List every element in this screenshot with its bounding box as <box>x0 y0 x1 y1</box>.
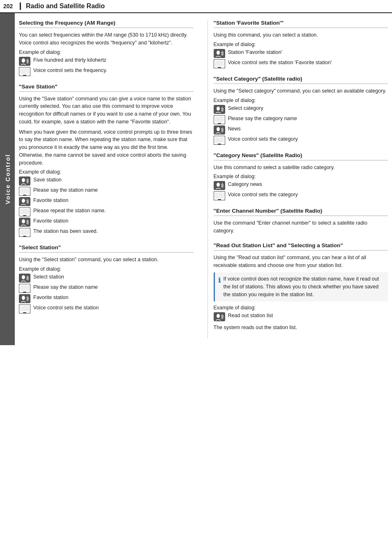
dialog-text: Read out station list <box>228 312 273 320</box>
page-title: Radio and Satellite Radio <box>20 2 105 10</box>
section-read-out-body: Using the "Read out station list" comman… <box>214 254 388 269</box>
dialog-row: Save station <box>19 176 194 186</box>
section-select-category-body: Using the "Select category" command, you… <box>214 87 388 95</box>
svg-rect-14 <box>23 215 26 216</box>
svg-rect-19 <box>23 236 26 237</box>
section-select-category-title: "Select Category" (Satellite radio) <box>214 76 388 84</box>
svg-rect-28 <box>20 306 29 311</box>
section-save-body1: Using the "Save station" command you can… <box>19 95 194 126</box>
dialog-row: Voice control sets the station <box>19 304 194 313</box>
section-enter-channel: "Enter Channel Number" (Satellite Radio)… <box>214 208 388 235</box>
section-favorite-body: Using this command, you can select a sta… <box>214 31 388 39</box>
svg-rect-29 <box>23 312 26 313</box>
svg-point-36 <box>217 107 220 111</box>
section-save-title: "Save Station" <box>19 84 194 92</box>
dialog-row: Please say the station name <box>19 187 194 196</box>
dialog-row: Select station <box>19 274 194 283</box>
dialog-text: Voice control sets the category <box>228 191 298 199</box>
read-out-example-label: Example of dialog: <box>214 305 388 311</box>
category-news-example-label: Example of dialog: <box>214 174 388 179</box>
section-category-news-body: Use this command to select a satellite r… <box>214 164 388 172</box>
info-text: If voice control does not recognize the … <box>224 275 385 298</box>
dialog-row: Voice control sets the frequency. <box>19 67 194 76</box>
dialog-row: Category news <box>214 181 388 190</box>
info-box: ℹ If voice control does not recognize th… <box>214 272 388 301</box>
svg-rect-8 <box>20 188 29 194</box>
dialog-row: Voice control sets the category <box>214 136 388 145</box>
dialog-row: Five hundred and thirty kilohertz <box>19 57 194 66</box>
dialog-text: Please repeat the station name. <box>33 207 106 215</box>
dialog-row: Voice control sets the category <box>214 191 388 200</box>
dialog-text: Please say the station name <box>33 187 98 194</box>
dialog-text: The station has been saved. <box>33 228 98 235</box>
section-category-news: "Category News" (Satellite Radio) Use th… <box>214 152 388 201</box>
screen-icon <box>214 115 225 124</box>
svg-point-26 <box>22 296 25 300</box>
dialog-text: Voice control sets the frequency. <box>33 67 107 74</box>
screen-icon <box>19 284 30 293</box>
svg-point-51 <box>217 314 220 318</box>
voice-icon <box>214 181 225 190</box>
dialog-text: Voice control sets the station 'Favorite… <box>228 59 332 67</box>
svg-rect-4 <box>23 75 26 76</box>
dialog-text: Please say the station name <box>33 284 98 291</box>
section-freq: Selecting the Frequency (AM Range) You c… <box>19 20 194 76</box>
left-column: Selecting the Frequency (AM Range) You c… <box>19 20 199 339</box>
screen-icon <box>19 187 30 196</box>
svg-rect-24 <box>23 292 26 292</box>
dialog-text: Please say the category name <box>228 115 297 123</box>
section-enter-channel-title: "Enter Channel Number" (Satellite Radio) <box>214 208 388 216</box>
dialog-text: Favorite station <box>33 218 68 225</box>
section-save-body2: When you have given the command, voice c… <box>19 128 194 167</box>
right-column: "Station 'Favorite Station'" Using this … <box>208 20 388 339</box>
read-out-footer: The system reads out the station list. <box>214 324 388 332</box>
voice-icon <box>19 274 30 283</box>
section-favorite-title: "Station 'Favorite Station'" <box>214 20 388 28</box>
voice-icon <box>19 218 30 227</box>
freq-example-label: Example of dialog: <box>19 49 194 55</box>
screen-icon <box>19 228 30 237</box>
section-save: "Save Station" Using the "Save station" … <box>19 84 194 237</box>
screen-icon <box>214 59 225 68</box>
page-header: 202 Radio and Satellite Radio <box>0 0 392 13</box>
section-read-out: "Read Out Station List" and "Selecting a… <box>214 242 388 332</box>
dialog-row: Please say the category name <box>214 115 388 124</box>
dialog-text: Voice control sets the category <box>228 136 298 143</box>
screen-icon <box>214 136 225 145</box>
voice-icon <box>19 197 30 206</box>
section-select-station-title: "Select Station" <box>19 244 194 253</box>
dialog-text: Favorite station <box>33 197 68 204</box>
svg-rect-44 <box>218 144 221 144</box>
dialog-text: Favorite station <box>33 294 68 302</box>
svg-point-11 <box>22 199 25 203</box>
svg-rect-39 <box>218 123 221 124</box>
svg-point-31 <box>217 51 220 55</box>
dialog-row: The station has been saved. <box>19 228 194 237</box>
select-category-example-label: Example of dialog: <box>214 97 388 103</box>
voice-icon <box>214 125 225 135</box>
dialog-text: Category news <box>228 181 262 188</box>
svg-point-41 <box>217 127 220 131</box>
info-icon: ℹ <box>218 276 221 285</box>
voice-icon <box>214 105 225 114</box>
section-enter-channel-body: Use the command "Enter channel number" t… <box>214 219 388 235</box>
main-content: Selecting the Frequency (AM Range) You c… <box>15 13 392 345</box>
dialog-row: Please say the station name <box>19 284 194 293</box>
section-select-station-body: Using the "Select station" command, you … <box>19 256 194 264</box>
screen-icon <box>19 304 30 313</box>
dialog-row: Read out station list <box>214 312 388 321</box>
section-category-news-title: "Category News" (Satellite Radio) <box>214 152 388 160</box>
sidebar: Voice Control <box>0 13 15 345</box>
dialog-text: Five hundred and thirty kilohertz <box>33 57 106 64</box>
voice-icon <box>19 57 30 66</box>
svg-rect-34 <box>218 67 221 68</box>
section-read-out-title: "Read Out Station List" and "Selecting a… <box>214 242 388 251</box>
section-select-station: "Select Station" Using the "Select stati… <box>19 244 194 313</box>
svg-rect-38 <box>215 116 224 122</box>
voice-icon <box>19 176 30 186</box>
dialog-row: Voice control sets the station 'Favorite… <box>214 59 388 68</box>
dialog-text: Station 'Favorite station' <box>228 49 283 56</box>
page-layout: Voice Control Selecting the Frequency (A… <box>0 13 392 345</box>
dialog-row: Favorite station <box>19 218 194 227</box>
dialog-text: News <box>228 125 241 133</box>
